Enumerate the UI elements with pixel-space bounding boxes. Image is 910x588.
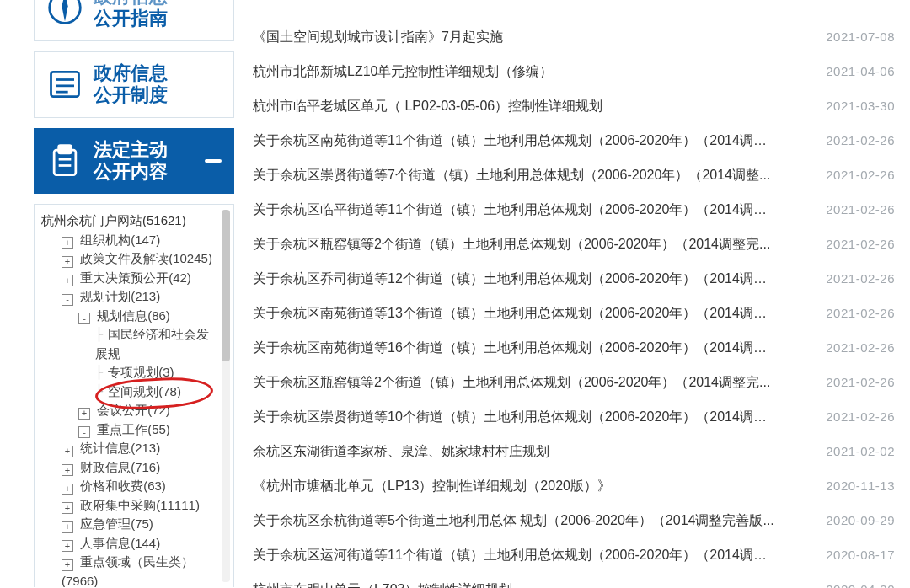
tree-item-label: 会议公开(72) bbox=[97, 403, 170, 417]
card-title-line2: 公开内容 bbox=[94, 161, 168, 183]
category-tree: 杭州余杭门户网站(51621) + 组织机构(147)+ 政策文件及解读(102… bbox=[35, 205, 233, 587]
expand-icon[interactable]: + bbox=[62, 237, 73, 249]
article-row[interactable]: 关于余杭区乔司街道等12个街道（镇）土地利用总体规划（2006-2020年）（2… bbox=[249, 262, 903, 297]
tree-item[interactable]: + 组织机构(147) bbox=[38, 231, 222, 250]
article-row[interactable]: 关于余杭区南苑街道等13个街道（镇）土地利用总体规划（2006-2020年）（2… bbox=[249, 297, 903, 331]
expand-icon[interactable]: + bbox=[62, 446, 73, 457]
article-row[interactable]: 余杭区东湖街道李家桥、泉漳、姚家埭村村庄规划2021-02-02 bbox=[249, 435, 903, 469]
tree-item[interactable]: └ 空间规划(78) bbox=[38, 382, 222, 402]
tree-item-label: 空间规划(78) bbox=[108, 384, 181, 398]
article-date: 2020-08-17 bbox=[826, 548, 895, 562]
tree-root[interactable]: 杭州余杭门户网站(51621) bbox=[38, 211, 222, 231]
collapse-icon[interactable] bbox=[205, 159, 222, 163]
article-date: 2021-02-26 bbox=[826, 271, 895, 286]
tree-item[interactable]: - 规划计划(213) bbox=[38, 287, 222, 307]
tree-item-label: 财政信息(716) bbox=[80, 460, 160, 474]
article-date: 2021-04-06 bbox=[826, 64, 895, 78]
expand-icon[interactable]: + bbox=[62, 256, 73, 268]
tree-item-label: 组织机构(147) bbox=[80, 233, 160, 247]
collapse-icon[interactable]: - bbox=[62, 294, 73, 306]
article-title: 杭州市临平老城区单元（ LP02-03-05-06）控制性详细规划 bbox=[253, 98, 602, 115]
tree-item[interactable]: ├ 国民经济和社会发展规 bbox=[38, 325, 222, 363]
article-row[interactable]: 杭州市临平老城区单元（ LP02-03-05-06）控制性详细规划2021-03… bbox=[249, 89, 903, 124]
expand-icon[interactable]: + bbox=[78, 408, 90, 420]
article-date: 2021-02-26 bbox=[826, 409, 895, 424]
article-row[interactable]: 关于余杭区崇贤街道等7个街道（镇）土地利用总体规划（2006-2020年）（20… bbox=[249, 158, 903, 193]
card-title-line1: 法定主动 bbox=[94, 139, 168, 161]
expand-icon[interactable]: + bbox=[62, 502, 73, 514]
tree-item[interactable]: - 规划信息(86) bbox=[38, 307, 222, 326]
tree-item[interactable]: + 统计信息(213) bbox=[38, 439, 222, 458]
expand-icon[interactable]: + bbox=[62, 521, 73, 533]
article-row[interactable]: 关于余杭区南苑街道等11个街道（镇）土地利用总体规划（2006-2020年）（2… bbox=[249, 124, 903, 158]
article-row[interactable]: 关于余杭区瓶窑镇等2个街道（镇）土地利用总体规划（2006-2020年）（201… bbox=[249, 366, 903, 400]
article-row[interactable]: 《杭州市塘栖北单元（LP13）控制性详细规划（2020版）》2020-11-13 bbox=[249, 469, 903, 504]
card-title-line1: 政府信息 bbox=[94, 0, 168, 8]
tree-item[interactable]: + 应急管理(75) bbox=[38, 515, 222, 534]
article-title: 关于余杭区瓶窑镇等2个街道（镇）土地利用总体规划（2006-2020年）（201… bbox=[253, 236, 770, 254]
article-title: 余杭区东湖街道李家桥、泉漳、姚家埭村村庄规划 bbox=[253, 443, 549, 461]
article-row[interactable]: 关于余杭区余杭街道等5个街道土地利用总体 规划（2006-2020年）（2014… bbox=[249, 504, 903, 538]
article-title: 杭州市北部新城LZ10单元控制性详细规划（修编） bbox=[253, 63, 553, 81]
article-row[interactable]: 关于余杭区瓶窑镇等2个街道（镇）土地利用总体规划（2006-2020年）（201… bbox=[249, 227, 903, 262]
tree-item-label: 国民经济和社会发展规 bbox=[95, 327, 209, 361]
article-date: 2021-02-26 bbox=[826, 375, 895, 389]
article-title: 《国土空间规划城市设计指南》7月起实施 bbox=[253, 29, 503, 46]
tree-panel: 杭州余杭门户网站(51621) + 组织机构(147)+ 政策文件及解读(102… bbox=[34, 204, 234, 587]
article-row[interactable]: 关于余杭区崇贤街道等10个街道（镇）土地利用总体规划（2006-2020年）（2… bbox=[249, 400, 903, 435]
article-date: 2021-02-02 bbox=[826, 444, 895, 458]
article-title: 关于余杭区南苑街道等11个街道（镇）土地利用总体规划（2006-2020年）（2… bbox=[253, 132, 775, 150]
article-list: 《国土空间规划城市设计指南》7月起实施2021-07-08杭州市北部新城LZ10… bbox=[249, 0, 903, 588]
tree-scrollbar[interactable] bbox=[222, 210, 230, 582]
expand-icon[interactable]: + bbox=[62, 540, 73, 552]
article-row[interactable]: 杭州市北部新城LZ10单元控制性详细规划（修编）2021-04-06 bbox=[249, 55, 903, 89]
article-date: 2020-11-13 bbox=[826, 478, 895, 493]
card-gov-info-guide[interactable]: 政府信息 公开指南 bbox=[34, 0, 234, 41]
article-title: 关于余杭区乔司街道等12个街道（镇）土地利用总体规划（2006-2020年）（2… bbox=[253, 270, 775, 288]
article-row[interactable]: 关于余杭区南苑街道等16个街道（镇）土地利用总体规划（2006-2020年）（2… bbox=[249, 331, 903, 366]
expand-icon[interactable]: + bbox=[62, 484, 73, 495]
tree-item[interactable]: + 人事信息(144) bbox=[38, 534, 222, 553]
scrollbar-thumb[interactable] bbox=[222, 210, 230, 361]
svg-rect-6 bbox=[59, 146, 72, 153]
tree-item[interactable]: + 重大决策预公开(42) bbox=[38, 269, 222, 288]
tree-item-label: 人事信息(144) bbox=[80, 536, 160, 550]
article-title: 关于余杭区运河街道等11个街道（镇）土地利用总体规划（2006-2020年）（2… bbox=[253, 547, 775, 564]
card-gov-info-system[interactable]: 政府信息 公开制度 bbox=[34, 51, 234, 118]
tree-item[interactable]: + 重点领域（民生类）(7966) bbox=[38, 553, 222, 587]
tree-item[interactable]: + 价格和收费(63) bbox=[38, 477, 222, 496]
tree-item[interactable]: + 政府集中采购(11111) bbox=[38, 496, 222, 516]
tree-item-label: 统计信息(213) bbox=[80, 441, 160, 455]
article-title: 《杭州市塘栖北单元（LP13）控制性详细规划（2020版）》 bbox=[253, 478, 611, 495]
article-date: 2021-02-26 bbox=[826, 168, 895, 182]
expand-icon[interactable]: + bbox=[62, 559, 73, 571]
tree-item[interactable]: + 政策文件及解读(10245) bbox=[38, 249, 222, 269]
article-date: 2020-09-29 bbox=[826, 513, 895, 527]
article-date: 2020-04-30 bbox=[826, 582, 895, 588]
card-statutory-active[interactable]: 法定主动 公开内容 bbox=[34, 128, 234, 195]
tree-item[interactable]: ├ 专项规划(3) bbox=[38, 363, 222, 382]
expand-icon[interactable]: + bbox=[62, 275, 73, 286]
article-row[interactable]: 关于余杭区运河街道等11个街道（镇）土地利用总体规划（2006-2020年）（2… bbox=[249, 538, 903, 573]
article-date: 2021-03-30 bbox=[826, 99, 895, 113]
tree-item-label: 规划计划(213) bbox=[80, 289, 160, 303]
card-title-line2: 公开指南 bbox=[94, 8, 168, 29]
article-title: 关于余杭区瓶窑镇等2个街道（镇）土地利用总体规划（2006-2020年）（201… bbox=[253, 374, 770, 392]
collapse-icon[interactable]: - bbox=[78, 313, 90, 324]
expand-icon[interactable]: + bbox=[62, 464, 73, 476]
article-date: 2021-02-26 bbox=[826, 306, 895, 320]
clipboard-icon bbox=[46, 142, 83, 179]
sidebar: 政府信息 公开指南 政府信息 公开制度 bbox=[34, 0, 234, 588]
article-title: 关于余杭区南苑街道等13个街道（镇）土地利用总体规划（2006-2020年）（2… bbox=[253, 305, 775, 323]
card-title-line2: 公开制度 bbox=[94, 84, 168, 106]
article-row[interactable]: 杭州市东明山单元（LZ03）控制性详细规划2020-04-30 bbox=[249, 573, 903, 588]
article-row[interactable]: 关于余杭区临平街道等11个街道（镇）土地利用总体规划（2006-2020年）（2… bbox=[249, 193, 903, 227]
tree-item[interactable]: + 财政信息(716) bbox=[38, 458, 222, 478]
tree-item-label: 重点工作(55) bbox=[97, 422, 170, 436]
document-lines-icon bbox=[46, 66, 83, 103]
tree-item[interactable]: + 会议公开(72) bbox=[38, 401, 222, 420]
article-row[interactable]: 《国土空间规划城市设计指南》7月起实施2021-07-08 bbox=[249, 20, 903, 55]
article-title: 关于余杭区临平街道等11个街道（镇）土地利用总体规划（2006-2020年）（2… bbox=[253, 201, 775, 219]
tree-item[interactable]: - 重点工作(55) bbox=[38, 420, 222, 440]
collapse-icon[interactable]: - bbox=[78, 426, 90, 438]
